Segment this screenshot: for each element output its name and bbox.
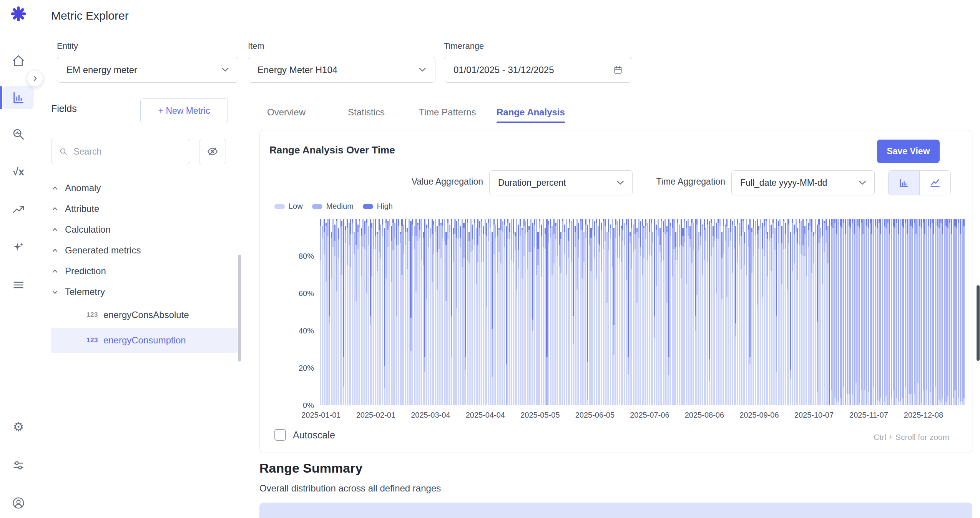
bar	[755, 221, 756, 405]
user-icon	[12, 496, 25, 510]
bar	[553, 219, 555, 405]
bar	[947, 219, 948, 405]
field-energyconsumption[interactable]: 123 energyConsumption	[51, 328, 238, 353]
bar	[882, 219, 883, 405]
bar	[585, 219, 586, 405]
nav-trends[interactable]	[8, 200, 28, 219]
nav-metric-explorer[interactable]	[8, 88, 28, 107]
bar	[559, 219, 560, 405]
line-chart-toggle[interactable]	[920, 171, 950, 195]
bar	[613, 228, 615, 405]
bar	[651, 219, 652, 405]
field-category-generated-metrics[interactable]: Generated metrics	[51, 240, 228, 261]
bar	[709, 221, 710, 405]
bar	[396, 219, 397, 405]
field-category-attribute[interactable]: Attribute	[51, 198, 228, 219]
timerange-picker[interactable]: 01/01/2025 - 31/12/2025	[444, 57, 632, 83]
bar	[581, 219, 583, 405]
tab-overview[interactable]: Overview	[267, 107, 306, 118]
bar	[818, 219, 819, 405]
bar	[673, 219, 674, 405]
nav-preferences[interactable]	[8, 456, 28, 475]
fields-search[interactable]	[51, 139, 190, 164]
bar	[693, 223, 694, 405]
item-label: Item	[248, 41, 264, 51]
bar	[497, 219, 498, 405]
tab-range-analysis[interactable]: Range Analysis	[497, 107, 565, 118]
new-metric-button[interactable]: + New Metric	[140, 98, 228, 123]
app-logo[interactable]	[9, 5, 28, 23]
bar	[749, 219, 751, 405]
entity-select[interactable]: EM energy meter	[57, 57, 238, 83]
range-summary-subtitle: Overall distribution across all defined …	[259, 483, 441, 494]
bar	[868, 219, 869, 405]
bar	[698, 232, 699, 405]
bar	[430, 228, 431, 405]
nav-settings[interactable]: ⚙	[8, 418, 28, 436]
bar	[483, 226, 484, 405]
bar-chart-toggle[interactable]	[889, 171, 920, 195]
bar	[493, 219, 495, 405]
sidebar-expand-button[interactable]	[27, 70, 43, 87]
field-category-prediction[interactable]: Prediction	[51, 261, 228, 281]
bar	[688, 219, 689, 405]
time-aggregation-select[interactable]: Full_date yyyy-MM-dd	[731, 170, 875, 195]
item-select[interactable]: Energy Meter H104	[248, 57, 435, 83]
bar	[718, 219, 719, 405]
bar	[647, 223, 648, 405]
bar	[375, 219, 376, 405]
fields-scrollbar[interactable]	[238, 255, 241, 361]
bar	[500, 219, 502, 405]
bar	[758, 226, 759, 405]
bar	[636, 228, 638, 405]
bar	[622, 219, 623, 405]
time-aggregation-value: Full_date yyyy-MM-dd	[740, 178, 859, 188]
search-pulse-icon	[12, 128, 25, 141]
nav-menu[interactable]	[8, 276, 28, 294]
page-scrollbar[interactable]	[977, 285, 980, 361]
tab-statistics[interactable]: Statistics	[348, 107, 385, 118]
chevron-down-icon	[222, 68, 229, 72]
bar	[379, 219, 380, 405]
bar	[792, 219, 793, 405]
bar	[447, 219, 448, 405]
bar	[811, 219, 812, 405]
field-category-telemetry[interactable]: Telemetry	[51, 281, 228, 302]
timerange-label: Timerange	[444, 41, 484, 51]
field-energyconsabsolute[interactable]: 123 energyConsAbsolute	[51, 303, 238, 327]
bar	[606, 232, 608, 405]
value-aggregation-select[interactable]: Duration_percent	[489, 170, 633, 195]
bar	[400, 232, 401, 405]
bar	[619, 219, 620, 405]
tab-time-patterns[interactable]: Time Patterns	[419, 107, 476, 118]
bar	[628, 219, 629, 405]
nav-insights[interactable]	[8, 238, 28, 257]
hide-fields-button[interactable]	[199, 139, 226, 164]
bar	[751, 228, 752, 405]
legend-label: High	[377, 202, 393, 211]
time-aggregation-label: Time Aggregation	[656, 177, 725, 187]
bar	[410, 221, 411, 405]
field-category-calculation[interactable]: Calculation	[51, 219, 228, 240]
bar	[643, 226, 644, 405]
nav-account[interactable]	[8, 494, 28, 512]
bar	[555, 223, 556, 405]
nav-explore[interactable]	[8, 125, 28, 143]
bar	[850, 219, 851, 405]
bar	[898, 219, 899, 405]
bar	[704, 219, 705, 405]
bar	[506, 226, 507, 405]
bar	[723, 219, 724, 405]
bar	[847, 219, 848, 405]
bar	[331, 232, 332, 405]
nav-formulas[interactable]: √x	[8, 163, 28, 181]
bar	[453, 228, 454, 405]
field-label: energyConsAbsolute	[103, 310, 189, 320]
autoscale-checkbox[interactable]	[274, 429, 286, 441]
nav-home[interactable]	[8, 52, 28, 70]
range-analysis-chart[interactable]: 0%20%40%60%80%2025-01-012025-02-012025-0…	[320, 219, 965, 405]
save-view-button[interactable]: Save View	[877, 140, 940, 163]
field-category-anomaly[interactable]: Anomaly	[51, 178, 228, 198]
bar	[849, 219, 850, 405]
search-input[interactable]	[73, 146, 182, 157]
